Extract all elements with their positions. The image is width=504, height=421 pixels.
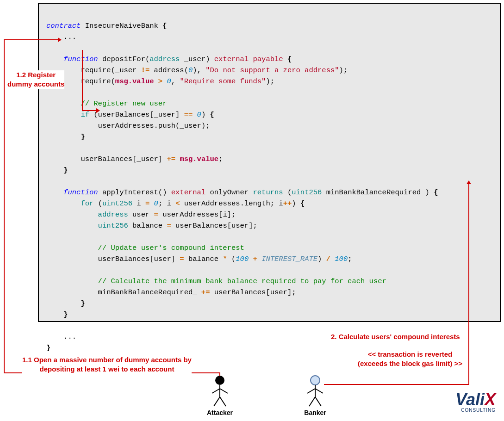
svg-line-5 — [220, 397, 226, 406]
banker-label: Banker — [302, 409, 328, 416]
valix-logo: ValiX CONSULTING — [455, 390, 496, 413]
svg-line-4 — [214, 397, 220, 406]
svg-line-10 — [309, 397, 315, 406]
code-block: contract InsecureNaiveBank { ... functio… — [38, 3, 501, 322]
arrow-1-2-head — [96, 108, 100, 113]
banker-figure — [304, 375, 327, 408]
kw-contract: contract — [46, 22, 81, 30]
svg-line-3 — [220, 389, 228, 393]
arrow-2-v1 — [468, 184, 469, 385]
annotation-2: 2. Calculate users' compound interests — [331, 332, 460, 341]
svg-line-8 — [307, 389, 315, 393]
arrow-1-1-v2 — [4, 39, 5, 373]
arrow-2-head — [467, 180, 471, 184]
svg-line-9 — [315, 389, 323, 393]
annotation-1-2: 1.2 Register dummy accounts — [7, 70, 64, 89]
svg-line-2 — [212, 389, 220, 393]
kw-function: function — [46, 55, 98, 63]
svg-point-0 — [215, 376, 224, 385]
arrow-1-2-horiz — [82, 110, 97, 111]
svg-line-11 — [315, 397, 321, 406]
svg-point-6 — [311, 376, 320, 385]
arrow-1-1-head — [58, 37, 62, 42]
arrow-1-1-h2 — [4, 39, 58, 40]
attacker-figure — [208, 375, 231, 408]
arrow-1-2-vert — [82, 50, 83, 111]
arrow-2-h1 — [324, 384, 469, 385]
annotation-revert: << transaction is reverted (exceeds the … — [358, 350, 462, 369]
attacker-label: Attacker — [206, 409, 234, 416]
annotation-1-1: 1.1 Open a massive number of dummy accou… — [22, 355, 192, 374]
